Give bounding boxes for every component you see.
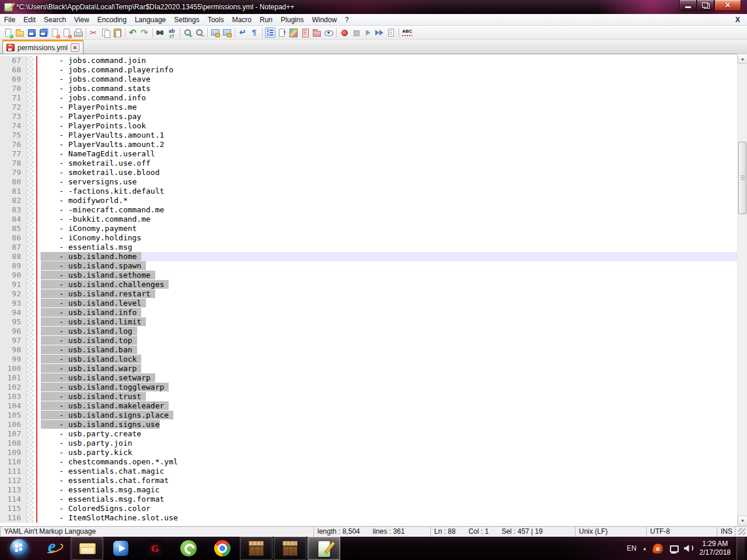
- bookmark-margin[interactable]: [27, 504, 34, 513]
- redo-icon[interactable]: [139, 27, 150, 38]
- scrollbar-thumb[interactable]: [738, 142, 746, 214]
- menu-item-view[interactable]: View: [70, 15, 93, 25]
- bookmark-margin[interactable]: [27, 149, 34, 159]
- taskbar-item-minecraft-2[interactable]: [274, 537, 306, 560]
- bookmark-margin[interactable]: [27, 439, 34, 448]
- bookmark-margin[interactable]: [27, 355, 34, 364]
- editor-line[interactable]: 96 - usb.island.log: [0, 327, 737, 336]
- fold-margin[interactable]: [34, 289, 40, 299]
- bookmark-margin[interactable]: [27, 103, 34, 112]
- print-icon[interactable]: [73, 27, 83, 38]
- taskbar-item-notepad-plus-plus[interactable]: [308, 537, 340, 560]
- fold-margin[interactable]: [34, 420, 40, 429]
- bookmark-margin[interactable]: [27, 411, 34, 420]
- editor-line[interactable]: 113 - essentials.msg.magic: [0, 485, 737, 495]
- editor-vscrollbar[interactable]: ▲ ▼: [737, 54, 747, 526]
- close-tab-icon[interactable]: [71, 43, 79, 52]
- bookmark-margin[interactable]: [27, 495, 34, 504]
- fold-margin[interactable]: [34, 485, 40, 495]
- fold-margin[interactable]: [34, 103, 40, 112]
- editor-line[interactable]: 112 - essentials.chat.format: [0, 476, 737, 485]
- fold-margin[interactable]: [34, 56, 40, 65]
- fold-margin[interactable]: [34, 513, 40, 523]
- bookmark-margin[interactable]: [27, 345, 34, 355]
- bookmark-margin[interactable]: [27, 280, 34, 289]
- fold-margin[interactable]: [34, 84, 40, 93]
- fold-margin[interactable]: [34, 457, 40, 467]
- sync-vertical-icon[interactable]: [210, 27, 221, 38]
- editor-line[interactable]: 85 - iConomy.payment: [0, 224, 737, 233]
- editor-line[interactable]: 105 - usb.island.signs.place: [0, 411, 737, 420]
- fold-margin[interactable]: [34, 112, 40, 121]
- taskbar-item-windows-media-player[interactable]: [104, 537, 137, 560]
- bookmark-margin[interactable]: [27, 336, 34, 345]
- zoom-out-icon[interactable]: [194, 27, 205, 38]
- bookmark-margin[interactable]: [27, 383, 34, 392]
- bookmark-margin[interactable]: [27, 513, 34, 523]
- fold-margin[interactable]: [34, 355, 40, 364]
- taskbar-item-windows-explorer[interactable]: [71, 537, 103, 560]
- editor-line[interactable]: 91 - usb.island.challenges: [0, 280, 737, 289]
- fold-margin[interactable]: [34, 476, 40, 485]
- bookmark-margin[interactable]: [27, 476, 34, 485]
- editor-line[interactable]: 92 - usb.island.restart: [0, 289, 737, 299]
- editor-line[interactable]: 89 - usb.island.spawn: [0, 261, 737, 271]
- show-all-characters-icon[interactable]: [249, 27, 260, 38]
- editor-line[interactable]: 104 - usb.island.makeleader: [0, 401, 737, 411]
- fold-margin[interactable]: [34, 149, 40, 159]
- fold-margin[interactable]: [34, 392, 40, 401]
- fold-margin[interactable]: [34, 159, 40, 168]
- editor-line[interactable]: 80 - serversigns.use: [0, 177, 737, 187]
- menu-item-search[interactable]: Search: [40, 15, 70, 25]
- fold-margin[interactable]: [34, 187, 40, 196]
- menu-item-settings[interactable]: Settings: [170, 15, 203, 25]
- macro-run-multiple-icon[interactable]: [374, 27, 385, 38]
- bookmark-margin[interactable]: [27, 112, 34, 121]
- taskbar-item-coc-coc[interactable]: [172, 537, 205, 560]
- menu-item-file[interactable]: File: [0, 15, 19, 25]
- bookmark-margin[interactable]: [27, 75, 34, 84]
- fold-margin[interactable]: [34, 205, 40, 215]
- status-insert-mode[interactable]: INS: [717, 526, 735, 537]
- document-map-icon[interactable]: [288, 27, 299, 38]
- close-document-x[interactable]: X: [735, 16, 740, 24]
- editor-line[interactable]: 75 - PlayerVaults.amount.1: [0, 131, 737, 140]
- editor-line[interactable]: 107 - usb.party.create: [0, 429, 737, 439]
- menu-item-language[interactable]: Language: [131, 15, 170, 25]
- bookmark-margin[interactable]: [27, 196, 34, 205]
- menu-item-tools[interactable]: Tools: [204, 15, 228, 25]
- editor-line[interactable]: 81 - -factions.kit.default: [0, 187, 737, 196]
- fold-margin[interactable]: [34, 308, 40, 317]
- new-file-icon[interactable]: [3, 27, 13, 38]
- indent-guide-icon[interactable]: [265, 27, 275, 38]
- editor[interactable]: 67 - jobs.command.join68 - jobs.command.…: [0, 54, 737, 526]
- fold-margin[interactable]: [34, 261, 40, 271]
- editor-line[interactable]: 76 - PlayerVaults.amount.2: [0, 140, 737, 149]
- editor-line[interactable]: 73 - PlayerPoints.pay: [0, 112, 737, 121]
- document-switcher-icon[interactable]: [300, 27, 310, 38]
- macro-play-icon[interactable]: [362, 27, 373, 38]
- editor-line[interactable]: 116 - ItemSlotMachine.slot.use: [0, 513, 737, 523]
- sync-horizontal-icon[interactable]: [222, 27, 232, 38]
- bookmark-margin[interactable]: [27, 215, 34, 224]
- bookmark-margin[interactable]: [27, 252, 34, 261]
- bookmark-margin[interactable]: [27, 467, 34, 476]
- fold-margin[interactable]: [34, 299, 40, 308]
- fold-margin[interactable]: [34, 504, 40, 513]
- editor-line[interactable]: 78 - smoketrail.use.off: [0, 159, 737, 168]
- tab-permissions-yml[interactable]: permissions.yml: [2, 41, 83, 54]
- fold-margin[interactable]: [34, 196, 40, 205]
- fold-margin[interactable]: [34, 233, 40, 243]
- bookmark-margin[interactable]: [27, 317, 34, 327]
- minimize-button[interactable]: [679, 0, 697, 11]
- fold-margin[interactable]: [34, 401, 40, 411]
- find-icon[interactable]: [155, 27, 166, 38]
- editor-line[interactable]: 68 - jobs.command.playerinfo: [0, 65, 737, 75]
- fold-margin[interactable]: [34, 224, 40, 233]
- editor-line[interactable]: 67 - jobs.command.join: [0, 56, 737, 65]
- paste-icon[interactable]: [112, 27, 123, 38]
- editor-line[interactable]: 100 - usb.island.warp: [0, 364, 737, 373]
- bookmark-margin[interactable]: [27, 224, 34, 233]
- menu-item-plugins[interactable]: Plugins: [277, 15, 308, 25]
- editor-line[interactable]: 102 - usb.island.togglewarp: [0, 383, 737, 392]
